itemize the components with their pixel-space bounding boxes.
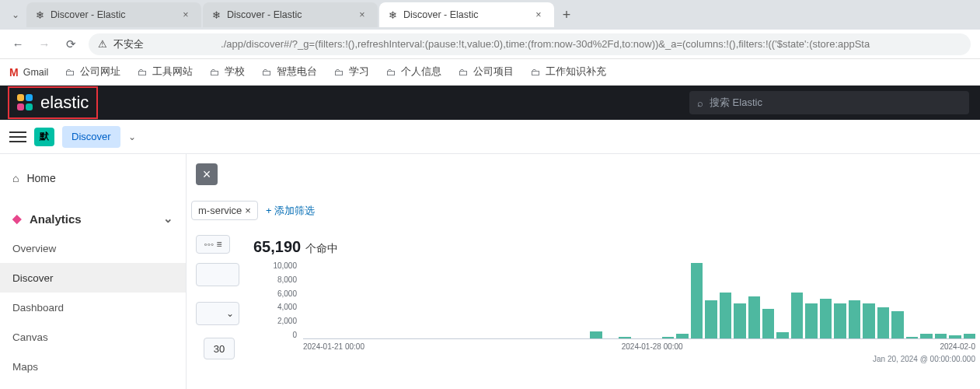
analytics-icon: ◆ (12, 212, 22, 226)
chart-bar (791, 293, 803, 338)
chart-bar (691, 263, 703, 338)
browser-tab[interactable]: ❄ Discover - Elastic × (26, 2, 201, 27)
toolbar-button[interactable] (196, 263, 239, 286)
folder-icon: 🗀 (459, 67, 469, 78)
elastic-logo-highlight: elastic (8, 86, 98, 119)
chevron-down-icon: ⌄ (226, 308, 239, 319)
insecure-icon: ⚠ (98, 38, 107, 50)
hits-label: 个命中 (305, 242, 338, 256)
chart-bars[interactable] (303, 261, 975, 339)
timestamp-note: Jan 20, 2024 @ 00:00:00.000 (873, 355, 975, 363)
address-bar: ← → ⟳ ⚠ 不安全 ./app/discover#/?_g=(filters… (0, 30, 980, 59)
url-input[interactable]: ⚠ 不安全 ./app/discover#/?_g=(filters:!(),r… (89, 33, 971, 55)
side-maps[interactable]: Maps (0, 352, 186, 381)
side-discover[interactable]: Discover (0, 263, 186, 293)
folder-icon: 🗀 (386, 67, 396, 78)
chart-bar (619, 337, 630, 338)
space-badge[interactable]: 默 (34, 128, 54, 146)
chart-bar (662, 337, 674, 338)
browser-tab-strip: ⌄ ❄ Discover - Elastic × ❄ Discover - El… (0, 0, 980, 30)
new-tab-button[interactable]: + (556, 4, 577, 26)
bookmark-item[interactable]: 🗀智慧电台 (262, 65, 317, 79)
chart-bar (877, 307, 889, 338)
content-area: × m-service × + 添加筛选 ◦◦◦ ≡ ⌄ 30 65,190 个… (187, 154, 980, 389)
global-search-input[interactable]: ⌕ 搜索 Elastic (689, 91, 969, 114)
side-home[interactable]: ⌂ Home (0, 163, 186, 193)
chart-bar (949, 335, 961, 338)
bookmark-bar: MGmail 🗀公司网址 🗀工具网站 🗀学校 🗀智慧电台 🗀学习 🗀个人信息 🗀… (0, 59, 980, 86)
breadcrumb-current[interactable]: Discover (62, 126, 120, 148)
close-tab-icon[interactable]: × (356, 9, 368, 20)
hits-count: 65,190 个命中 (253, 238, 338, 256)
side-overview[interactable]: Overview (0, 233, 186, 263)
filter-chip[interactable]: m-service × (191, 201, 258, 220)
close-panel-button[interactable]: × (196, 163, 218, 185)
chart-bar (920, 334, 932, 338)
chart-bar (964, 334, 975, 338)
dropdown-button[interactable]: ⌄ (196, 302, 239, 325)
chart-bar (834, 303, 846, 338)
chart-bar (849, 300, 860, 339)
bookmark-item[interactable]: 🗀学习 (334, 65, 369, 79)
app-header: elastic ⌕ 搜索 Elastic (0, 86, 980, 120)
add-filter-button[interactable]: + 添加筛选 (266, 204, 315, 218)
bookmark-item[interactable]: 🗀个人信息 (386, 65, 441, 79)
tab-title: Discover - Elastic (51, 9, 126, 20)
main-split: ⌂ Home ◆ Analytics ⌄ Overview Discover D… (0, 154, 980, 389)
folder-icon: 🗀 (262, 67, 272, 78)
chart-bar (935, 334, 947, 338)
bookmark-item[interactable]: 🗀学校 (210, 65, 245, 79)
chart-bar (820, 299, 832, 338)
tab-list-caret-icon[interactable]: ⌄ (6, 5, 25, 24)
sub-header: 默 Discover ⌄ (0, 120, 980, 154)
side-section-analytics[interactable]: ◆ Analytics ⌄ (0, 204, 186, 233)
bookmark-item[interactable]: 🗀工具网站 (138, 65, 193, 79)
brand-name: elastic (40, 93, 89, 113)
folder-icon: 🗀 (531, 67, 541, 78)
tab-title: Discover - Elastic (403, 9, 479, 20)
folder-icon: 🗀 (138, 67, 148, 78)
back-button[interactable]: ← (9, 36, 26, 53)
chart-bar (776, 332, 788, 338)
bookmark-item[interactable]: 🗀工作知识补充 (531, 65, 606, 79)
chart-bar (590, 331, 602, 338)
chevron-down-icon[interactable]: ⌄ (128, 131, 136, 142)
security-label: 不安全 (113, 37, 144, 51)
tab-title: Discover - Elastic (227, 9, 302, 20)
chart-bar (863, 303, 874, 338)
bookmark-item[interactable]: 🗀公司网址 (65, 65, 120, 79)
nav-toggle-button[interactable] (9, 128, 26, 145)
y-axis-ticks: 10,000 8,000 6,000 4,000 2,000 0 (269, 261, 297, 339)
page-size-input[interactable]: 30 (204, 338, 235, 359)
filter-bar: m-service × + 添加筛选 (191, 201, 315, 220)
forward-button[interactable]: → (36, 36, 53, 53)
kibana-icon: ❄ (212, 9, 221, 21)
close-tab-icon[interactable]: × (532, 9, 545, 20)
close-tab-icon[interactable]: × (180, 9, 192, 20)
side-visualize[interactable]: Visualize Library (0, 381, 186, 389)
folder-icon: 🗀 (210, 67, 220, 78)
chart-bar (676, 334, 688, 338)
hits-number: 65,190 (253, 238, 301, 256)
chart-bar (748, 296, 760, 338)
chart-bar (906, 337, 918, 338)
bookmark-gmail[interactable]: MGmail (9, 66, 48, 79)
browser-tab-active[interactable]: ❄ Discover - Elastic × (379, 2, 554, 27)
toolbar-button[interactable]: ◦◦◦ ≡ (196, 235, 230, 254)
side-nav: ⌂ Home ◆ Analytics ⌄ Overview Discover D… (0, 154, 187, 389)
blurred-host (150, 38, 214, 50)
browser-tab[interactable]: ❄ Discover - Elastic × (203, 2, 378, 27)
side-dashboard[interactable]: Dashboard (0, 293, 186, 322)
bookmark-item[interactable]: 🗀公司项目 (459, 65, 514, 79)
chevron-down-icon: ⌄ (163, 212, 173, 226)
chart-bar (705, 300, 717, 339)
url-text: ./app/discover#/?_g=(filters:!(),refresh… (221, 38, 870, 50)
side-canvas[interactable]: Canvas (0, 322, 186, 352)
reload-button[interactable]: ⟳ (62, 36, 79, 53)
search-icon: ⌕ (697, 97, 703, 109)
kibana-icon: ❄ (389, 9, 397, 21)
x-axis-ticks: 2024-01-21 00:00 2024-01-28 00:00 2024-0… (303, 342, 975, 351)
gmail-icon: M (9, 66, 19, 79)
chart-bar (762, 309, 774, 338)
remove-filter-icon[interactable]: × (245, 205, 251, 216)
